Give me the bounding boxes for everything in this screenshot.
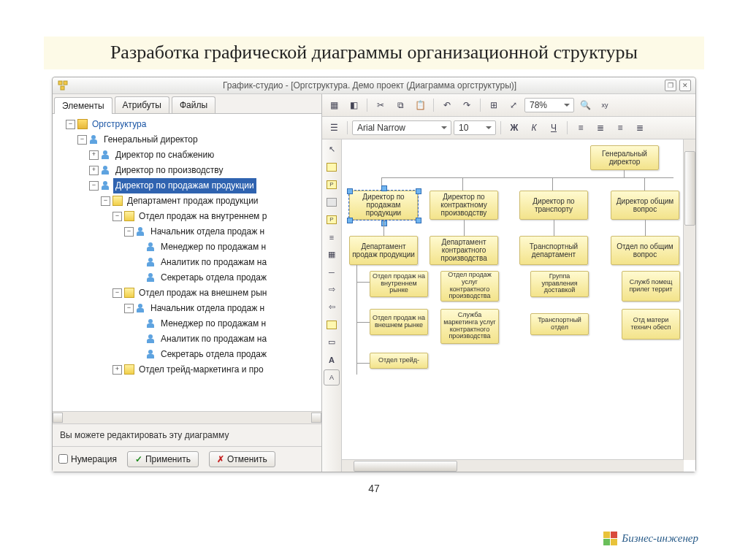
org-node[interactable]: Служб помещ прилег террит <box>622 271 680 302</box>
expander-icon[interactable]: − <box>124 304 134 313</box>
copy-icon[interactable]: ⧉ <box>392 96 409 114</box>
tree-item[interactable]: Генеральный директор <box>102 132 200 147</box>
tree-item[interactable]: Отдел продаж на внутреннем р <box>137 209 269 224</box>
shape-rect-gray[interactable] <box>324 194 340 210</box>
tree-item-selected[interactable]: Директор по продажам продукции <box>113 178 256 193</box>
canvas-hscrollbar[interactable] <box>342 459 684 472</box>
canvas-vscrollbar[interactable] <box>683 139 695 460</box>
shape-rect[interactable] <box>324 159 340 175</box>
org-node[interactable]: Отдел продаж на внешнем рынке <box>370 309 428 335</box>
undo-icon[interactable]: ↶ <box>438 96 456 114</box>
layers-icon[interactable]: ☰ <box>325 119 343 137</box>
zoom-in-icon[interactable]: ⤢ <box>505 96 522 114</box>
org-node[interactable]: Департамент продаж продукции <box>349 236 418 265</box>
zoom-fit-icon[interactable]: ⊞ <box>485 96 503 114</box>
folder-icon <box>124 211 134 221</box>
align-justify-icon[interactable]: ≣ <box>631 119 649 137</box>
tree-view[interactable]: −Оргструктура −Генеральный директор +Дир… <box>53 114 321 411</box>
expander-icon[interactable]: − <box>112 288 122 298</box>
org-node[interactable]: Отдел трейд- <box>370 353 428 369</box>
person-icon <box>89 134 99 145</box>
underline-button[interactable]: Ч <box>545 119 562 137</box>
grid-icon[interactable]: ▦ <box>325 96 343 114</box>
tree-item[interactable]: Аналитик по продажам на <box>159 331 269 347</box>
shape-arrow-l[interactable]: ⇦ <box>324 299 340 315</box>
xy-icon[interactable]: xy <box>596 96 614 114</box>
org-node[interactable]: Служба маркетинга услуг контрактного про… <box>440 309 499 344</box>
org-node[interactable]: Транспортный департамент <box>519 236 588 265</box>
tree-item[interactable]: Отдел продаж на внешнем рын <box>137 285 269 301</box>
text-tool[interactable]: A <box>324 352 340 368</box>
shape-rect-p2[interactable]: P <box>324 212 340 228</box>
org-node-selected[interactable]: Директор по продажам продукции <box>349 191 418 220</box>
org-node[interactable]: Транспортный отдел <box>530 313 589 335</box>
org-node[interactable]: Директор по контрактному производству <box>430 191 498 220</box>
org-node[interactable]: Директор общим вопрос <box>611 191 679 220</box>
shape-rect-p[interactable]: P <box>324 177 340 193</box>
paste-icon[interactable]: 📋 <box>411 96 429 114</box>
apply-button[interactable]: ✓Применить <box>127 451 199 467</box>
tab-attributes[interactable]: Атрибуты <box>115 96 169 113</box>
shape-dash[interactable]: ─ <box>324 264 340 280</box>
shape-arrow-r[interactable]: ⇨ <box>324 282 340 298</box>
status-text: Вы можете редактировать эту диаграмму <box>53 423 321 446</box>
svg-rect-1 <box>64 81 67 85</box>
org-node[interactable]: Отд матери технич обесп <box>622 309 680 340</box>
tree-item[interactable]: Менеджер по продажам н <box>159 316 268 331</box>
tree-item[interactable]: Начальник отдела продаж н <box>148 301 267 316</box>
close-icon[interactable]: ✕ <box>679 80 691 91</box>
restore-icon[interactable]: ❐ <box>665 80 676 91</box>
tree-item[interactable]: Начальник отдела продаж н <box>148 224 267 239</box>
tab-elements[interactable]: Элементы <box>54 97 112 114</box>
bold-button[interactable]: Ж <box>505 119 523 137</box>
tree-hscrollbar[interactable] <box>53 411 321 423</box>
fontsize-combo[interactable]: 10 <box>454 120 496 135</box>
expander-icon[interactable]: − <box>101 196 110 206</box>
tree-item[interactable]: Аналитик по продажам на <box>159 255 269 270</box>
org-node[interactable]: Отдел продаж услуг контрактного производ… <box>440 271 499 302</box>
cut-icon[interactable]: ✂ <box>372 96 389 114</box>
tree-item[interactable]: Отдел трейд-маркетинга и про <box>137 362 266 377</box>
expander-icon[interactable]: + <box>89 166 99 175</box>
shape-grid[interactable]: ▦ <box>324 247 340 263</box>
expander-icon[interactable]: + <box>89 150 99 160</box>
pointer-tool[interactable]: ↖ <box>324 142 340 158</box>
tree-item[interactable]: Секретарь отдела продаж <box>159 347 269 362</box>
zoom-combo[interactable]: 78% <box>524 98 574 112</box>
palette-icon[interactable]: ◧ <box>345 96 362 114</box>
expander-icon[interactable]: + <box>112 365 122 375</box>
redo-icon[interactable]: ↷ <box>458 96 476 114</box>
tree-item[interactable]: Менеджер по продажам н <box>159 239 268 255</box>
diagram-canvas[interactable]: Генеральный директор Директор по продажа… <box>342 139 684 460</box>
cancel-button[interactable]: ✗Отменить <box>209 451 275 467</box>
tab-files[interactable]: Файлы <box>172 96 215 113</box>
org-node[interactable]: Отдел по общим вопрос <box>611 236 679 265</box>
shape-folder[interactable] <box>324 317 340 333</box>
expander-icon[interactable]: − <box>77 135 87 145</box>
align-center-icon[interactable]: ≣ <box>592 119 609 137</box>
tree-item[interactable]: Директор по снабжению <box>113 147 216 163</box>
text-box-tool[interactable]: A <box>324 369 340 386</box>
font-combo[interactable]: Arial Narrow <box>352 120 451 135</box>
apply-label: Применить <box>145 454 191 464</box>
zoom-icon[interactable]: 🔍 <box>576 96 594 114</box>
org-node[interactable]: Директор по транспорту <box>519 191 588 220</box>
tree-item[interactable]: Директор по производству <box>113 163 225 178</box>
org-node[interactable]: Департамент контрактного производства <box>430 236 498 265</box>
italic-button[interactable]: К <box>525 119 543 137</box>
org-node[interactable]: Группа управления доставкой <box>530 271 589 297</box>
shape-lines[interactable]: ≡ <box>324 229 340 245</box>
tree-item[interactable]: Оргструктура <box>90 117 148 132</box>
org-node[interactable]: Отдел продаж на внутреннем рынке <box>370 271 428 297</box>
numbering-checkbox[interactable]: Нумерация <box>58 454 117 464</box>
tree-item[interactable]: Департамент продаж продукции <box>125 193 261 209</box>
tree-item[interactable]: Секретарь отдела продаж <box>159 270 269 285</box>
shape-doc[interactable]: ▭ <box>324 334 340 350</box>
expander-icon[interactable]: − <box>66 120 75 129</box>
align-left-icon[interactable]: ≡ <box>572 119 589 137</box>
expander-icon[interactable]: − <box>112 212 122 221</box>
org-node[interactable]: Генеральный директор <box>590 145 659 170</box>
expander-icon[interactable]: − <box>124 227 134 237</box>
expander-icon[interactable]: − <box>89 181 99 191</box>
align-right-icon[interactable]: ≡ <box>611 119 629 137</box>
